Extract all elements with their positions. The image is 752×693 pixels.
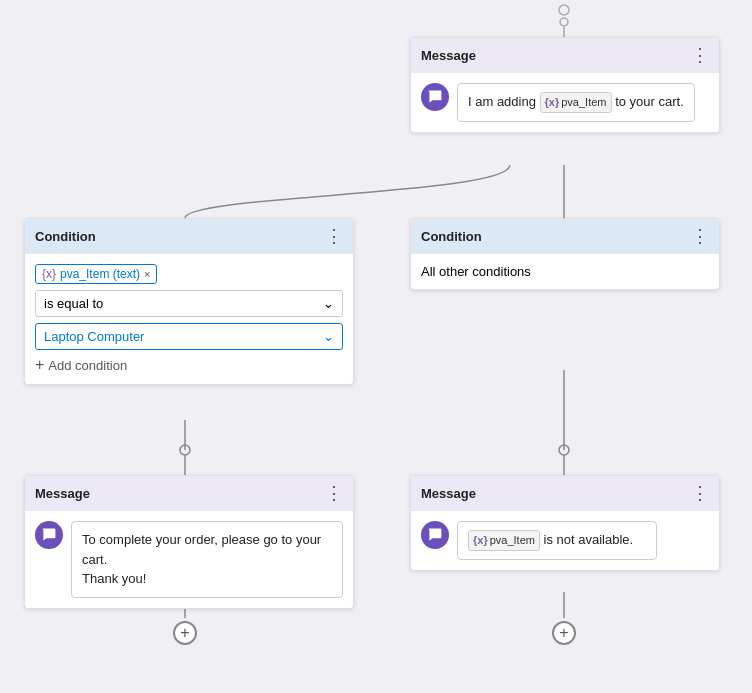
condition-left-title: Condition <box>35 229 96 244</box>
message-left-content: To complete your order, please go to you… <box>35 521 343 598</box>
message-right-var-chip: {x} pva_Item <box>468 530 540 551</box>
condition-right-card: Condition ⋮ All other conditions <box>410 218 720 290</box>
chevron-down-icon-2: ⌄ <box>323 329 334 344</box>
message-left-body: To complete your order, please go to you… <box>25 511 353 608</box>
condition-right-title: Condition <box>421 229 482 244</box>
condition-tag-row: {x} pva_Item (text) × <box>35 264 343 284</box>
add-condition-label: Add condition <box>48 358 127 373</box>
message-right-title: Message <box>421 486 476 501</box>
top-message-body: I am adding {x} pva_Item to your cart. <box>411 73 719 132</box>
chat-icon-right <box>427 527 443 543</box>
avatar <box>421 83 449 111</box>
condition-right-header: Condition ⋮ <box>411 219 719 254</box>
canvas: Message ⋮ I am adding {x} pva_Item to yo… <box>0 0 752 693</box>
laptop-computer-dropdown[interactable]: Laptop Computer ⌄ <box>35 323 343 350</box>
message-left-title: Message <box>35 486 90 501</box>
svg-point-0 <box>559 5 569 15</box>
chat-icon-left <box>41 527 57 543</box>
condition-right-dots[interactable]: ⋮ <box>691 227 709 245</box>
condition-right-body: All other conditions <box>411 254 719 289</box>
message-left-bubble: To complete your order, please go to you… <box>71 521 343 598</box>
avatar-left <box>35 521 63 549</box>
top-message-dots[interactable]: ⋮ <box>691 46 709 64</box>
message-right-text-after: is not available. <box>544 532 634 547</box>
is-equal-to-label: is equal to <box>44 296 103 311</box>
laptop-computer-label: Laptop Computer <box>44 329 144 344</box>
top-message-header: Message ⋮ <box>411 38 719 73</box>
condition-left-header: Condition ⋮ <box>25 219 353 254</box>
avatar-right <box>421 521 449 549</box>
plus-icon-left: + <box>180 624 189 642</box>
condition-left-body: {x} pva_Item (text) × is equal to ⌄ Lapt… <box>25 254 353 384</box>
message-right-dots[interactable]: ⋮ <box>691 484 709 502</box>
close-icon[interactable]: × <box>144 268 150 280</box>
message-right-bubble: {x} pva_Item is not available. <box>457 521 657 560</box>
is-equal-to-dropdown[interactable]: is equal to ⌄ <box>35 290 343 317</box>
top-message-title: Message <box>421 48 476 63</box>
message-right-content: {x} pva_Item is not available. <box>421 521 709 560</box>
condition-tag[interactable]: {x} pva_Item (text) × <box>35 264 157 284</box>
chat-icon <box>427 89 443 105</box>
plus-icon-right: + <box>559 624 568 642</box>
message-right-body: {x} pva_Item is not available. <box>411 511 719 570</box>
top-message-bubble: I am adding {x} pva_Item to your cart. <box>457 83 695 122</box>
all-other-conditions-label: All other conditions <box>421 264 531 279</box>
svg-point-5 <box>180 445 190 455</box>
message-left-dots[interactable]: ⋮ <box>325 484 343 502</box>
top-message-var-chip: {x} pva_Item <box>540 92 612 113</box>
plus-button-left[interactable]: + <box>173 621 197 645</box>
message-left-text: To complete your order, please go to you… <box>82 532 321 586</box>
condition-left-dots[interactable]: ⋮ <box>325 227 343 245</box>
top-message-text-after: to your cart. <box>615 94 684 109</box>
add-condition-row[interactable]: + Add condition <box>35 356 343 374</box>
top-message-card: Message ⋮ I am adding {x} pva_Item to yo… <box>410 37 720 133</box>
message-right-header: Message ⋮ <box>411 476 719 511</box>
svg-point-8 <box>559 445 569 455</box>
message-left-header: Message ⋮ <box>25 476 353 511</box>
plus-button-right[interactable]: + <box>552 621 576 645</box>
message-right-card: Message ⋮ {x} pva_Item is not available. <box>410 475 720 571</box>
chevron-down-icon: ⌄ <box>323 296 334 311</box>
top-message-text-before: I am adding <box>468 94 536 109</box>
svg-point-1 <box>560 18 568 26</box>
plus-icon: + <box>35 356 44 374</box>
message-left-card: Message ⋮ To complete your order, please… <box>24 475 354 609</box>
condition-left-card: Condition ⋮ {x} pva_Item (text) × is equ… <box>24 218 354 385</box>
top-message-content: I am adding {x} pva_Item to your cart. <box>421 83 709 122</box>
